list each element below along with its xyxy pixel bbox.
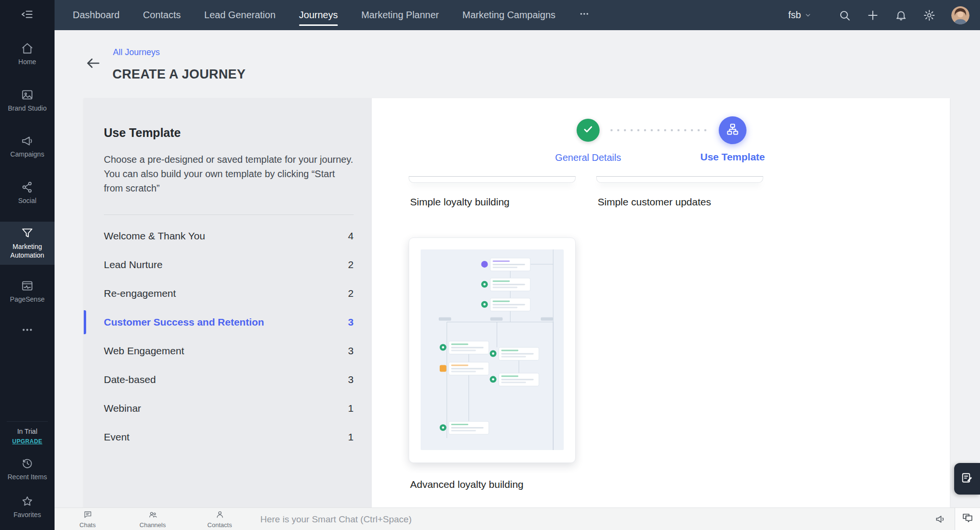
category-count: 2 [348, 259, 354, 271]
sidebar-item-label: Social [18, 197, 36, 205]
template-card-advanced-loyalty-building[interactable] [409, 237, 576, 463]
category-customer-success-and-retention[interactable]: Customer Success and Retention 3 [84, 308, 372, 337]
template-thumbnail [421, 249, 564, 450]
dock-item-channels[interactable]: Channels [131, 508, 174, 530]
sidebar: Home Brand Studio Campaigns Social Marke… [0, 0, 55, 530]
more-icon [21, 324, 33, 336]
upgrade-link[interactable]: UPGRADE [12, 438, 43, 445]
dock-item-chats[interactable]: Chats [66, 508, 109, 530]
sidebar-item-pagesense[interactable]: PageSense [0, 274, 55, 309]
nav-item-contacts[interactable]: Contacts [143, 0, 181, 30]
category-name: Webinar [104, 403, 141, 414]
nav-item-marketing-planner[interactable]: Marketing Planner [361, 0, 439, 30]
org-switcher[interactable]: fsb [788, 10, 811, 21]
category-count: 1 [348, 403, 354, 414]
trial-block: In Trial UPGRADE [7, 421, 48, 452]
announcements-icon[interactable] [935, 513, 947, 525]
dock-item-label: Chats [79, 521, 96, 529]
category-welcome-thank-you[interactable]: Welcome & Thank You 4 [84, 222, 372, 250]
category-name: Date-based [104, 374, 156, 385]
pagesense-icon [21, 280, 33, 292]
nav-item-label: Marketing Campaigns [462, 10, 556, 21]
step-label-use-template[interactable]: Use Template [670, 151, 795, 163]
sidebar-item-label: Brand Studio [8, 104, 47, 113]
template-card-simple-customer-updates[interactable] [596, 176, 763, 183]
sidebar-item-brand-studio[interactable]: Brand Studio [0, 83, 55, 118]
nav-item-journeys[interactable]: Journeys [299, 0, 338, 30]
compose-fab-button[interactable] [954, 463, 980, 495]
stepper-connector [608, 129, 711, 132]
category-web-engagement[interactable]: Web Engagement 3 [84, 337, 372, 365]
category-webinar[interactable]: Webinar 1 [84, 394, 372, 423]
category-count: 3 [348, 316, 354, 328]
person-icon [215, 510, 224, 520]
people-group-icon [148, 510, 157, 520]
category-count: 3 [348, 345, 354, 357]
step-use-template-indicator[interactable] [719, 116, 746, 144]
sidebar-collapse-button[interactable] [0, 0, 55, 30]
template-name: Advanced loyalty building [410, 479, 523, 490]
nav-item-marketing-campaigns[interactable]: Marketing Campaigns [462, 0, 556, 30]
brand-studio-icon [21, 89, 33, 101]
sidebar-item-label: Favorites [13, 511, 41, 519]
search-icon[interactable] [838, 9, 851, 22]
sidebar-item-home[interactable]: Home [0, 37, 55, 72]
marketing-automation-icon [21, 227, 33, 239]
org-name: fsb [788, 10, 801, 21]
nav-item-dashboard[interactable]: Dashboard [73, 0, 120, 30]
nav-item-label: Journeys [299, 10, 338, 21]
avatar[interactable] [951, 6, 969, 24]
template-name: Simple customer updates [598, 196, 711, 208]
sidebar-item-social[interactable]: Social [0, 176, 55, 211]
template-gallery-panel: General Details Use Template Simple loya… [372, 98, 950, 507]
star-icon [21, 495, 33, 507]
sidebar-item-label: Marketing Automation [1, 243, 53, 259]
top-navbar: Dashboard Contacts Lead Generation Journ… [55, 0, 980, 30]
sidebar-item-label: PageSense [10, 295, 45, 304]
dock-item-contacts[interactable]: Contacts [198, 508, 241, 530]
breadcrumb-all-journeys[interactable]: All Journeys [113, 47, 160, 57]
feedback-chat-button[interactable] [955, 508, 980, 530]
category-name: Customer Success and Retention [104, 316, 264, 328]
page-title: CREATE A JOURNEY [112, 67, 245, 82]
step-label-general-details[interactable]: General Details [526, 152, 650, 163]
category-count: 2 [348, 288, 354, 299]
nav-item-lead-generation[interactable]: Lead Generation [204, 0, 276, 30]
more-icon [579, 9, 590, 22]
main-content: All Journeys CREATE A JOURNEY Use Templa… [55, 30, 980, 507]
category-event[interactable]: Event 1 [84, 423, 372, 451]
sidebar-item-campaigns[interactable]: Campaigns [0, 129, 55, 164]
settings-icon[interactable] [923, 9, 935, 22]
template-name: Simple loyalty building [410, 196, 510, 208]
note-pencil-icon [960, 471, 974, 486]
back-button[interactable] [85, 55, 101, 71]
sidebar-more-button[interactable] [0, 321, 55, 339]
category-list: Welcome & Thank You 4 Lead Nurture 2 Re-… [84, 222, 372, 451]
category-lead-nurture[interactable]: Lead Nurture 2 [84, 250, 372, 279]
nav-right-cluster: fsb [788, 6, 980, 24]
nav-more-button[interactable] [579, 0, 590, 30]
history-icon [21, 457, 33, 470]
sidebar-item-recent-items[interactable]: Recent Items [0, 452, 55, 487]
category-date-based[interactable]: Date-based 3 [84, 365, 372, 394]
category-name: Re-engagement [104, 288, 176, 299]
arrow-left-icon [85, 65, 101, 73]
step-general-details-indicator[interactable] [577, 119, 600, 142]
trial-status: In Trial [7, 428, 48, 435]
sidebar-item-favorites[interactable]: Favorites [0, 490, 55, 525]
create-journey-card: Use Template Choose a pre-designed or sa… [84, 98, 950, 507]
smart-chat-input[interactable] [260, 508, 902, 530]
add-icon[interactable] [867, 9, 879, 22]
sidebar-bottom: In Trial UPGRADE Recent Items Favorites [0, 421, 55, 530]
category-name: Lead Nurture [104, 259, 163, 271]
social-share-icon [21, 181, 33, 193]
template-card-simple-loyalty-building[interactable] [409, 176, 576, 183]
category-count: 4 [348, 230, 354, 242]
sidebar-item-marketing-automation[interactable]: Marketing Automation [0, 222, 55, 265]
sidebar-item-label: Campaigns [11, 150, 45, 159]
sidebar-nav: Home Brand Studio Campaigns Social Marke… [0, 30, 55, 421]
category-re-engagement[interactable]: Re-engagement 2 [84, 279, 372, 308]
nav-item-label: Marketing Planner [361, 10, 439, 21]
nav-item-label: Contacts [143, 10, 181, 21]
notifications-icon[interactable] [895, 9, 907, 22]
